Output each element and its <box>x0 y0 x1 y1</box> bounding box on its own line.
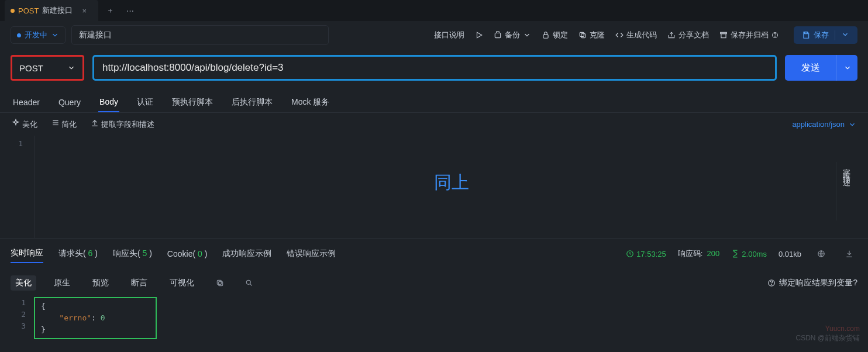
generate-code-button[interactable]: 生成代码 <box>615 30 657 40</box>
method-value: POST <box>19 63 43 73</box>
view-beautify[interactable]: 美化 <box>11 275 36 291</box>
svg-point-17 <box>246 280 250 284</box>
help-icon <box>771 32 779 39</box>
svg-rect-2 <box>543 34 548 38</box>
tab-item[interactable]: POST 新建接口 × <box>5 0 98 21</box>
resp-code[interactable]: { "errno": 0 } <box>34 297 157 339</box>
backup-button[interactable]: 备份 <box>494 30 531 40</box>
method-select[interactable]: POST <box>11 55 84 81</box>
view-raw[interactable]: 原生 <box>49 275 75 291</box>
chevron-down-icon <box>841 30 849 39</box>
extract-fields-button[interactable]: 提取字段和描述 <box>91 119 154 130</box>
dirty-dot-icon <box>11 9 15 13</box>
response-tabs: 实时响应 请求头( 6 ) 响应头( 5 ) Cookie( 0 ) 成功响应示… <box>0 238 868 269</box>
tab-response-headers[interactable]: 响应头( 5 ) <box>113 249 152 259</box>
simplify-button[interactable]: 简化 <box>51 119 77 130</box>
tab-bar: POST 新建接口 × ＋ ⋯ <box>0 0 868 21</box>
svg-point-8 <box>775 36 776 37</box>
view-visualize[interactable]: 可视化 <box>165 275 199 291</box>
tab-more-icon[interactable]: ⋯ <box>122 2 138 19</box>
bind-variable-button[interactable]: 绑定响应结果到变量? <box>767 278 857 288</box>
share-icon <box>667 31 676 39</box>
view-preview[interactable]: 预览 <box>88 275 113 291</box>
hourglass-icon <box>731 250 739 258</box>
save-archive-button[interactable]: 保存并归档 <box>719 30 779 40</box>
view-assertion[interactable]: 断言 <box>126 275 152 291</box>
tab-mock[interactable]: Mock 服务 <box>290 92 330 112</box>
response-time: 17:53:25 <box>626 250 666 258</box>
chevron-down-icon <box>848 120 856 129</box>
response-size: 0.01kb <box>779 250 801 258</box>
resp-line-gutter: 1 2 3 <box>11 297 34 339</box>
body-editor[interactable]: 1 同上 字段描述 <box>0 136 868 238</box>
code-icon <box>615 31 624 39</box>
field-desc-panel[interactable]: 字段描述 <box>836 162 852 220</box>
tab-request-headers[interactable]: 请求头( 6 ) <box>58 249 98 259</box>
lock-icon <box>542 31 550 39</box>
tab-post-script[interactable]: 后执行脚本 <box>230 92 274 112</box>
new-tab-button[interactable]: ＋ <box>102 2 118 19</box>
send-button-group: 发送 <box>785 55 857 81</box>
tab-success-example[interactable]: 成功响应示例 <box>222 249 271 259</box>
status-label: 开发中 <box>25 30 47 40</box>
line-gutter: 1 <box>0 136 35 238</box>
play-icon <box>475 31 483 39</box>
download-icon[interactable] <box>841 246 857 262</box>
response-duration: 2.00ms <box>731 250 767 258</box>
run-button[interactable] <box>475 31 483 39</box>
chevron-down-icon <box>51 31 59 39</box>
watermark: Yuucn.com CSDN @前端杂货铺 <box>795 324 860 343</box>
upload-icon <box>91 119 99 127</box>
globe-icon[interactable] <box>813 246 829 262</box>
search-response-icon[interactable] <box>241 275 257 291</box>
tab-body[interactable]: Body <box>98 92 119 112</box>
status-dropdown[interactable]: 开发中 <box>11 26 66 44</box>
tab-error-example[interactable]: 错误响应示例 <box>287 249 336 259</box>
svg-rect-1 <box>495 33 500 38</box>
clone-button[interactable]: 克隆 <box>578 30 605 40</box>
code-area[interactable]: 同上 <box>35 136 868 238</box>
response-body: 1 2 3 { "errno": 0 } Yuucn.com CSDN @前端杂… <box>0 297 868 345</box>
save-button[interactable]: 保存 <box>794 26 857 44</box>
svg-rect-3 <box>581 34 585 38</box>
archive-icon <box>719 31 728 39</box>
url-input[interactable]: http://localhost:8000/api/blog/delete?id… <box>92 55 777 81</box>
tab-header[interactable]: Header <box>12 93 41 112</box>
share-doc-button[interactable]: 分享文档 <box>667 30 709 40</box>
response-view-tabs: 美化 原生 预览 断言 可视化 绑定响应结果到变量? <box>0 269 868 297</box>
url-value: http://localhost:8000/api/blog/delete?id… <box>102 62 284 74</box>
request-tabs: Header Query Body 认证 预执行脚本 后执行脚本 Mock 服务 <box>0 87 868 113</box>
svg-rect-16 <box>217 280 221 284</box>
beautify-button[interactable]: 美化 <box>12 119 37 130</box>
watermark-text: 同上 <box>434 171 469 195</box>
chevron-down-icon <box>843 64 852 72</box>
close-tab-icon[interactable]: × <box>76 2 92 19</box>
request-row: POST http://localhost:8000/api/blog/dele… <box>0 49 868 87</box>
svg-point-20 <box>771 285 772 285</box>
svg-rect-4 <box>580 32 584 36</box>
sparkle-icon <box>12 119 20 127</box>
api-description-button[interactable]: 接口说明 <box>434 30 464 40</box>
copy-response-icon[interactable] <box>212 275 228 291</box>
tab-title: 新建接口 <box>42 5 73 16</box>
tab-realtime-response[interactable]: 实时响应 <box>11 248 43 263</box>
help-icon <box>767 279 776 287</box>
body-toolbar: 美化 简化 提取字段和描述 application/json <box>0 113 868 136</box>
chevron-down-icon <box>67 64 75 72</box>
save-icon <box>802 31 810 39</box>
content-type-select[interactable]: application/json <box>792 120 856 129</box>
toolbar: 开发中 接口说明 备份 锁定 克隆 生成代码 分享文档 保存并归档 保存 <box>0 21 868 49</box>
tab-pre-script[interactable]: 预执行脚本 <box>171 92 214 112</box>
send-button[interactable]: 发送 <box>785 55 836 81</box>
toolbar-actions: 接口说明 备份 锁定 克隆 生成代码 分享文档 保存并归档 保存 <box>434 26 857 44</box>
tab-query[interactable]: Query <box>57 93 82 112</box>
chevron-down-icon <box>523 31 531 39</box>
tab-auth[interactable]: 认证 <box>136 92 154 112</box>
api-title-input[interactable] <box>71 25 329 45</box>
backup-icon <box>494 31 502 39</box>
save-dropdown[interactable] <box>835 30 849 40</box>
tab-cookies[interactable]: Cookie( 0 ) <box>167 249 208 258</box>
lock-button[interactable]: 锁定 <box>542 30 568 40</box>
status-code: 响应码: 200 <box>678 249 720 259</box>
send-dropdown[interactable] <box>836 55 857 81</box>
